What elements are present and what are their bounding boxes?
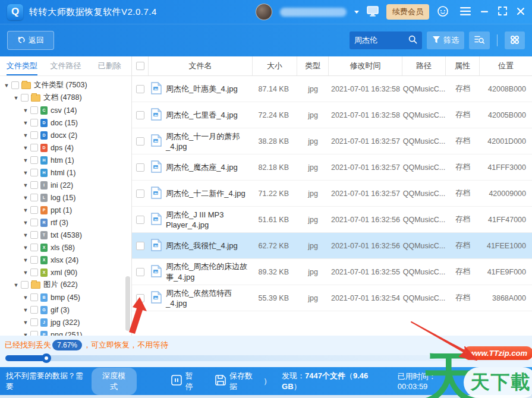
tree-item-txt[interactable]: ▼Ttxt (4538) [0,229,131,241]
row-checkbox[interactable] [136,294,144,302]
tree-expand-caret-icon[interactable]: ▼ [23,270,29,276]
tree-checkbox[interactable] [30,194,38,201]
row-checkbox[interactable] [136,242,144,250]
header-modified-time[interactable]: 修改时间 [329,56,402,75]
tree-expand-caret-icon[interactable]: ▼ [23,145,29,151]
tree-item-doc[interactable]: ▼Ddoc (15) [0,116,131,129]
tree-expand-caret-icon[interactable]: ▼ [23,295,29,301]
tree-checkbox[interactable] [30,206,38,214]
tree-item-ppt[interactable]: ▼Pppt (1) [0,204,131,216]
user-dropdown-caret-icon[interactable] [354,11,359,14]
tree-expand-caret-icon[interactable]: ▼ [23,257,29,263]
tree-checkbox[interactable] [30,181,38,189]
tree-item-html[interactable]: ▼Hhtml (1) [0,166,131,179]
tree-checkbox[interactable] [11,81,19,89]
minimize-button[interactable] [480,7,489,17]
sidebar-tab-1[interactable]: 文件类型 [0,56,44,75]
row-checkbox[interactable] [136,85,144,93]
header-location[interactable]: 位置 [480,56,532,75]
tree-expand-caret-icon[interactable]: ▼ [23,320,29,326]
row-checkbox[interactable] [136,189,144,198]
table-row[interactable]: 周杰伦_J III MP3 Player_4.jpg51.61 KBjpg202… [132,207,532,233]
user-avatar[interactable] [256,4,272,20]
customer-service-button[interactable] [437,5,449,19]
tree-expand-caret-icon[interactable]: ▼ [23,182,29,188]
menu-button[interactable] [460,7,471,17]
tree-expand-caret-icon[interactable]: ▼ [23,108,29,113]
header-filename[interactable]: 文件名 [149,56,253,75]
tree-item-log[interactable]: ▼Llog (15) [0,191,131,204]
tree-item-docx[interactable]: ▼Ddocx (2) [0,129,131,141]
header-size[interactable]: 大小 [253,56,297,75]
tree-item-ini[interactable]: ▼Iini (22) [0,179,131,191]
tree-item-xls[interactable]: ▼Xxls (58) [0,241,131,254]
tree-checkbox[interactable] [30,156,38,164]
tree-item-文件类型[interactable]: ▼文件类型 (7503) [0,79,131,91]
tree-checkbox[interactable] [21,94,29,102]
tree-checkbox[interactable] [30,169,38,176]
tree-checkbox[interactable] [30,119,38,127]
table-row[interactable]: 周杰伦_魔杰座_4.jpg82.18 KBjpg2021-07-01 16:32… [132,154,532,181]
maximize-button[interactable] [498,7,507,17]
tree-item-xml[interactable]: ▼Xxml (90) [0,266,131,279]
table-row[interactable]: 周杰伦_七里香_4.jpg72.24 KBjpg2021-07-01 16:32… [132,102,532,128]
tree-checkbox[interactable] [21,281,29,289]
tree-checkbox[interactable] [30,219,38,226]
search-icon[interactable] [408,35,417,46]
save-data-button[interactable]: 保存数据 [215,371,259,392]
tree-checkbox[interactable] [30,318,38,326]
tree-expand-caret-icon[interactable]: ▼ [13,95,19,101]
renew-membership-button[interactable]: 续费会员 [386,4,429,20]
table-row[interactable]: 周杰伦_十一月的萧邦_4.jpg38.28 KBjpg2021-07-01 16… [132,128,532,154]
tree-item-rtf[interactable]: ▼Rrtf (3) [0,216,131,229]
table-row[interactable]: 周杰伦_依然范特西_4.jpg55.39 KBjpg2021-07-01 16:… [132,285,532,311]
sidebar-scrollbar-thumb[interactable] [125,276,130,331]
tree-expand-caret-icon[interactable]: ▼ [23,132,29,138]
tree-expand-caret-icon[interactable]: ▼ [23,195,29,201]
sidebar-tab-3[interactable]: 已删除 [87,56,131,75]
tree-expand-caret-icon[interactable]: ▼ [23,207,29,213]
close-button[interactable] [517,7,525,17]
table-row[interactable]: 周杰伦_十二新作_4.jpg71.22 KBjpg2021-07-01 16:3… [132,181,532,207]
tree-item-图片[interactable]: ▼图片 (622) [0,279,131,291]
view-switch-button[interactable] [505,31,525,49]
back-button[interactable]: 返回 [7,31,54,50]
select-all-checkbox[interactable] [136,62,144,70]
row-checkbox[interactable] [136,111,144,119]
tree-checkbox[interactable] [30,269,38,276]
tree-expand-caret-icon[interactable]: ▼ [23,245,29,251]
search-input[interactable] [354,36,408,45]
row-checkbox[interactable] [136,137,144,146]
row-checkbox[interactable] [136,163,144,172]
device-monitor-button[interactable] [367,6,379,18]
row-checkbox[interactable] [136,216,144,224]
tree-item-htm[interactable]: ▼Hhtm (1) [0,154,131,166]
tree-checkbox[interactable] [30,256,38,264]
tree-checkbox[interactable] [30,144,38,151]
pause-button[interactable]: 暂停 [171,371,200,392]
search-in-list-button[interactable] [469,31,490,49]
progress-slider-knob[interactable] [42,353,51,363]
header-type[interactable]: 类型 [297,56,329,75]
search-box[interactable] [350,31,422,49]
tree-checkbox[interactable] [30,231,38,239]
header-path[interactable]: 路径 [402,56,446,75]
tree-item-文档[interactable]: ▼文档 (4788) [0,91,131,104]
tree-expand-caret-icon[interactable]: ▼ [23,307,29,313]
tree-checkbox[interactable] [30,106,38,114]
row-checkbox[interactable] [136,268,144,276]
tree-expand-caret-icon[interactable]: ▼ [23,120,29,126]
filter-button[interactable]: 筛选 [427,31,464,49]
tree-expand-caret-icon[interactable]: ▼ [23,232,29,238]
tree-item-gif[interactable]: ▼Ggif (3) [0,304,131,316]
tree-expand-caret-icon[interactable]: ▼ [23,220,29,226]
tree-item-dps[interactable]: ▼Ddps (4) [0,141,131,154]
tree-item-bmp[interactable]: ▼Bbmp (45) [0,291,131,304]
tree-item-csv[interactable]: ▼Ccsv (14) [0,104,131,116]
table-row[interactable]: 周杰伦_我很忙_4.jpg62.72 KBjpg2021-07-01 16:32… [132,233,532,259]
tree-expand-caret-icon[interactable]: ▼ [13,282,19,288]
tree-expand-caret-icon[interactable]: ▼ [23,170,29,176]
tree-checkbox[interactable] [30,331,38,336]
tree-checkbox[interactable] [30,244,38,251]
tree-item-png[interactable]: ▼Ppng (251) [0,328,131,336]
